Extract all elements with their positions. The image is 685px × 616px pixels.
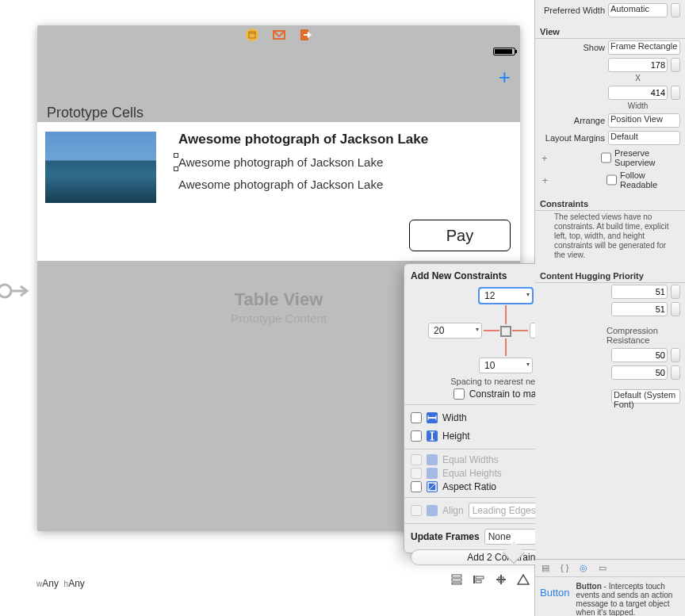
add-trait-button-2[interactable]: + bbox=[540, 174, 550, 186]
update-frames-label: Update Frames bbox=[411, 531, 480, 542]
align-checkbox bbox=[411, 505, 422, 516]
cell-subtitle-1-text: Awesome photograph of Jackson Lake bbox=[178, 155, 383, 169]
library-item-preview: Button bbox=[540, 582, 570, 616]
aspect-ratio-label: Aspect Ratio bbox=[442, 481, 496, 492]
hug-v-field[interactable] bbox=[611, 302, 668, 316]
x-sublabel: X bbox=[608, 74, 668, 82]
svg-line-26 bbox=[428, 483, 436, 491]
lib-code-icon[interactable]: { } bbox=[561, 563, 568, 573]
res-h-stepper[interactable] bbox=[671, 348, 680, 362]
left-spacing-field[interactable]: 20▾ bbox=[428, 323, 482, 339]
hug-h-stepper[interactable] bbox=[671, 285, 680, 299]
resistance-section-header: Compression Resistance bbox=[535, 323, 685, 346]
resolve-icon[interactable] bbox=[517, 574, 530, 587]
svg-rect-14 bbox=[476, 580, 481, 583]
pref-width-stepper[interactable] bbox=[671, 3, 680, 17]
width-stepper[interactable] bbox=[671, 86, 680, 100]
hug-v-stepper[interactable] bbox=[671, 302, 680, 316]
pin-icon[interactable] bbox=[495, 574, 507, 587]
lib-media-icon[interactable]: ▭ bbox=[599, 563, 607, 573]
width-field[interactable] bbox=[608, 86, 668, 100]
height-checkbox[interactable] bbox=[411, 430, 422, 442]
pref-width-select[interactable]: Automatic bbox=[608, 3, 668, 17]
svg-line-6 bbox=[274, 31, 279, 36]
stack-icon[interactable] bbox=[450, 574, 463, 587]
lib-object-icon[interactable]: ◎ bbox=[580, 563, 587, 573]
show-select[interactable]: Frame Rectangle bbox=[608, 40, 680, 55]
aspect-ratio-icon bbox=[427, 481, 438, 492]
width-sublabel: Width bbox=[608, 101, 668, 110]
constraints-section-header: Constraints bbox=[535, 196, 685, 211]
view-section-header: View bbox=[535, 24, 685, 39]
top-spacing-field[interactable]: 12▾ bbox=[479, 288, 533, 304]
follow-readable-checkbox[interactable] bbox=[607, 174, 617, 186]
library-toolbar: ▤ { } ◎ ▭ bbox=[535, 560, 685, 577]
equal-widths-icon bbox=[427, 454, 438, 465]
align-label: Align bbox=[442, 505, 464, 516]
layout-bar bbox=[450, 574, 530, 587]
bottom-strut[interactable] bbox=[505, 339, 507, 356]
aspect-ratio-checkbox[interactable] bbox=[411, 481, 422, 492]
prototype-cell[interactable]: Awesome photograph of Jackson Lake Aweso… bbox=[37, 122, 520, 261]
selection-handle[interactable] bbox=[174, 153, 178, 158]
font-select[interactable]: Default (System Font) bbox=[611, 389, 680, 404]
svg-marker-18 bbox=[518, 575, 529, 584]
svg-line-7 bbox=[279, 31, 285, 36]
constraints-note: The selected views have no constraints. … bbox=[535, 211, 685, 263]
align-popover-icon bbox=[427, 505, 438, 516]
plus-icon: + bbox=[499, 65, 511, 89]
res-v-stepper[interactable] bbox=[671, 365, 680, 380]
preserve-label: Preserve Superview bbox=[614, 148, 680, 167]
battery-icon bbox=[493, 48, 515, 55]
left-strut[interactable] bbox=[484, 330, 499, 331]
svg-rect-9 bbox=[452, 575, 461, 577]
equal-heights-icon bbox=[427, 468, 438, 479]
equal-widths-label: Equal Widths bbox=[442, 454, 499, 465]
hug-h-field[interactable] bbox=[611, 285, 668, 299]
apple-pay-button[interactable]: Pay bbox=[409, 220, 511, 251]
bottom-spacing-field[interactable]: 10▾ bbox=[479, 358, 533, 373]
x-field[interactable] bbox=[608, 58, 668, 72]
width-icon bbox=[427, 412, 438, 423]
equal-heights-checkbox bbox=[411, 468, 422, 479]
scene-icons bbox=[37, 19, 520, 51]
x-stepper[interactable] bbox=[671, 58, 680, 72]
arrange-label: Arrange bbox=[540, 116, 605, 125]
nav-add-button[interactable]: + bbox=[499, 65, 511, 90]
res-v-field[interactable] bbox=[611, 365, 668, 380]
object-library: ▤ { } ◎ ▭ Button Button - Intercepts tou… bbox=[535, 559, 685, 616]
hugging-section-header: Content Hugging Priority bbox=[535, 268, 685, 283]
top-strut[interactable] bbox=[505, 305, 507, 324]
constrain-margins-checkbox[interactable] bbox=[453, 388, 465, 400]
width-label: Width bbox=[442, 412, 541, 423]
first-responder-icon[interactable] bbox=[272, 28, 286, 42]
prototype-cells-header: Prototype Cells bbox=[47, 105, 144, 121]
res-h-field[interactable] bbox=[611, 348, 668, 362]
layout-margins-label: Layout Margins bbox=[540, 133, 605, 143]
cell-subtitle-1[interactable]: Awesome photograph of Jackson Lake bbox=[178, 155, 383, 169]
equal-widths-checkbox bbox=[411, 454, 422, 465]
selection-handle[interactable] bbox=[174, 166, 178, 171]
status-bar bbox=[484, 48, 515, 65]
cell-title-label[interactable]: Awesome photograph of Jackson Lake bbox=[178, 132, 428, 147]
exit-icon[interactable] bbox=[299, 28, 313, 42]
library-item-button[interactable]: Button Button - Intercepts touch events … bbox=[535, 577, 685, 616]
apple-pay-label: Pay bbox=[446, 227, 473, 245]
cell-image-view[interactable] bbox=[45, 132, 156, 203]
svg-rect-10 bbox=[452, 579, 461, 581]
lib-file-icon[interactable]: ▤ bbox=[541, 563, 549, 573]
preserve-superview-checkbox[interactable] bbox=[601, 152, 611, 163]
svg-rect-13 bbox=[476, 576, 484, 579]
layout-margins-select[interactable]: Default bbox=[608, 131, 680, 145]
align-icon[interactable] bbox=[473, 574, 485, 587]
right-strut[interactable] bbox=[512, 330, 528, 331]
size-inspector: Preferred WidthAutomatic View ShowFrame … bbox=[535, 0, 685, 616]
show-label: Show bbox=[540, 43, 605, 52]
size-class-control[interactable]: wAny hAny bbox=[36, 578, 85, 589]
cell-subtitle-2[interactable]: Awesome photograph of Jackson Lake bbox=[178, 178, 383, 191]
width-checkbox[interactable] bbox=[411, 412, 422, 423]
view-controller-icon[interactable] bbox=[245, 28, 259, 42]
arrange-select[interactable]: Position View bbox=[608, 113, 680, 128]
equal-heights-label: Equal Heights bbox=[442, 468, 502, 479]
add-trait-button[interactable]: + bbox=[540, 152, 549, 164]
